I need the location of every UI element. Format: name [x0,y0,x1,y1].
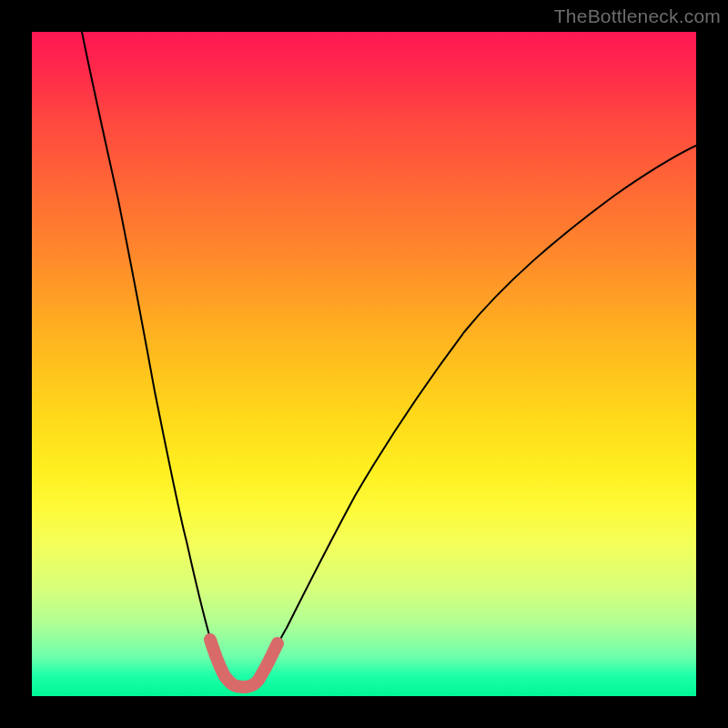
chart-frame: TheBottleneck.com [0,0,728,728]
main-curve [82,32,696,690]
plot-area [32,32,696,696]
watermark-text: TheBottleneck.com [554,5,721,27]
curve-layer [32,32,696,696]
highlight-segment [210,640,278,687]
